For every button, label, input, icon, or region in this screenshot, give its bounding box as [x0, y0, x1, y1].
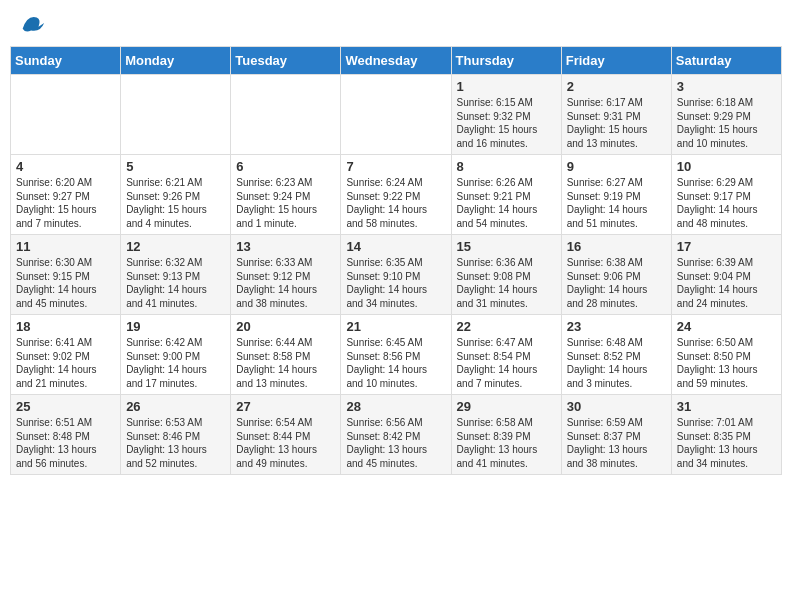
calendar-cell: 4Sunrise: 6:20 AM Sunset: 9:27 PM Daylig… — [11, 155, 121, 235]
calendar-cell: 22Sunrise: 6:47 AM Sunset: 8:54 PM Dayli… — [451, 315, 561, 395]
day-info: Sunrise: 6:30 AM Sunset: 9:15 PM Dayligh… — [16, 256, 115, 310]
calendar-week-5: 25Sunrise: 6:51 AM Sunset: 8:48 PM Dayli… — [11, 395, 782, 475]
calendar-cell: 6Sunrise: 6:23 AM Sunset: 9:24 PM Daylig… — [231, 155, 341, 235]
calendar-cell: 14Sunrise: 6:35 AM Sunset: 9:10 PM Dayli… — [341, 235, 451, 315]
day-info: Sunrise: 6:26 AM Sunset: 9:21 PM Dayligh… — [457, 176, 556, 230]
logo — [14, 10, 46, 38]
day-number: 17 — [677, 239, 776, 254]
day-number: 13 — [236, 239, 335, 254]
day-info: Sunrise: 6:54 AM Sunset: 8:44 PM Dayligh… — [236, 416, 335, 470]
day-info: Sunrise: 6:18 AM Sunset: 9:29 PM Dayligh… — [677, 96, 776, 150]
day-number: 23 — [567, 319, 666, 334]
calendar-cell: 17Sunrise: 6:39 AM Sunset: 9:04 PM Dayli… — [671, 235, 781, 315]
day-number: 14 — [346, 239, 445, 254]
day-number: 30 — [567, 399, 666, 414]
day-info: Sunrise: 6:51 AM Sunset: 8:48 PM Dayligh… — [16, 416, 115, 470]
page-header — [10, 10, 782, 38]
day-info: Sunrise: 6:32 AM Sunset: 9:13 PM Dayligh… — [126, 256, 225, 310]
day-info: Sunrise: 6:35 AM Sunset: 9:10 PM Dayligh… — [346, 256, 445, 310]
calendar-cell: 7Sunrise: 6:24 AM Sunset: 9:22 PM Daylig… — [341, 155, 451, 235]
calendar-week-2: 4Sunrise: 6:20 AM Sunset: 9:27 PM Daylig… — [11, 155, 782, 235]
calendar-cell: 13Sunrise: 6:33 AM Sunset: 9:12 PM Dayli… — [231, 235, 341, 315]
calendar-cell — [341, 75, 451, 155]
day-info: Sunrise: 6:17 AM Sunset: 9:31 PM Dayligh… — [567, 96, 666, 150]
weekday-header-monday: Monday — [121, 47, 231, 75]
calendar-cell: 29Sunrise: 6:58 AM Sunset: 8:39 PM Dayli… — [451, 395, 561, 475]
weekday-header-thursday: Thursday — [451, 47, 561, 75]
day-info: Sunrise: 6:20 AM Sunset: 9:27 PM Dayligh… — [16, 176, 115, 230]
day-info: Sunrise: 6:56 AM Sunset: 8:42 PM Dayligh… — [346, 416, 445, 470]
calendar-table: SundayMondayTuesdayWednesdayThursdayFrid… — [10, 46, 782, 475]
calendar-cell — [121, 75, 231, 155]
calendar-cell: 28Sunrise: 6:56 AM Sunset: 8:42 PM Dayli… — [341, 395, 451, 475]
day-number: 2 — [567, 79, 666, 94]
day-number: 31 — [677, 399, 776, 414]
day-number: 8 — [457, 159, 556, 174]
day-number: 16 — [567, 239, 666, 254]
day-number: 7 — [346, 159, 445, 174]
day-info: Sunrise: 6:59 AM Sunset: 8:37 PM Dayligh… — [567, 416, 666, 470]
day-info: Sunrise: 6:29 AM Sunset: 9:17 PM Dayligh… — [677, 176, 776, 230]
day-number: 18 — [16, 319, 115, 334]
weekday-header-wednesday: Wednesday — [341, 47, 451, 75]
weekday-header-sunday: Sunday — [11, 47, 121, 75]
day-number: 25 — [16, 399, 115, 414]
calendar-cell: 16Sunrise: 6:38 AM Sunset: 9:06 PM Dayli… — [561, 235, 671, 315]
day-number: 24 — [677, 319, 776, 334]
day-info: Sunrise: 6:53 AM Sunset: 8:46 PM Dayligh… — [126, 416, 225, 470]
calendar-week-3: 11Sunrise: 6:30 AM Sunset: 9:15 PM Dayli… — [11, 235, 782, 315]
calendar-cell: 1Sunrise: 6:15 AM Sunset: 9:32 PM Daylig… — [451, 75, 561, 155]
calendar-week-1: 1Sunrise: 6:15 AM Sunset: 9:32 PM Daylig… — [11, 75, 782, 155]
calendar-cell: 31Sunrise: 7:01 AM Sunset: 8:35 PM Dayli… — [671, 395, 781, 475]
calendar-cell: 19Sunrise: 6:42 AM Sunset: 9:00 PM Dayli… — [121, 315, 231, 395]
day-info: Sunrise: 6:50 AM Sunset: 8:50 PM Dayligh… — [677, 336, 776, 390]
calendar-cell: 8Sunrise: 6:26 AM Sunset: 9:21 PM Daylig… — [451, 155, 561, 235]
day-info: Sunrise: 7:01 AM Sunset: 8:35 PM Dayligh… — [677, 416, 776, 470]
day-info: Sunrise: 6:47 AM Sunset: 8:54 PM Dayligh… — [457, 336, 556, 390]
day-number: 9 — [567, 159, 666, 174]
calendar-header-row: SundayMondayTuesdayWednesdayThursdayFrid… — [11, 47, 782, 75]
calendar-cell: 11Sunrise: 6:30 AM Sunset: 9:15 PM Dayli… — [11, 235, 121, 315]
day-info: Sunrise: 6:23 AM Sunset: 9:24 PM Dayligh… — [236, 176, 335, 230]
calendar-cell: 18Sunrise: 6:41 AM Sunset: 9:02 PM Dayli… — [11, 315, 121, 395]
day-number: 20 — [236, 319, 335, 334]
calendar-cell: 30Sunrise: 6:59 AM Sunset: 8:37 PM Dayli… — [561, 395, 671, 475]
day-info: Sunrise: 6:38 AM Sunset: 9:06 PM Dayligh… — [567, 256, 666, 310]
day-number: 12 — [126, 239, 225, 254]
weekday-header-tuesday: Tuesday — [231, 47, 341, 75]
day-number: 26 — [126, 399, 225, 414]
day-info: Sunrise: 6:24 AM Sunset: 9:22 PM Dayligh… — [346, 176, 445, 230]
day-info: Sunrise: 6:44 AM Sunset: 8:58 PM Dayligh… — [236, 336, 335, 390]
day-info: Sunrise: 6:45 AM Sunset: 8:56 PM Dayligh… — [346, 336, 445, 390]
day-info: Sunrise: 6:48 AM Sunset: 8:52 PM Dayligh… — [567, 336, 666, 390]
day-info: Sunrise: 6:15 AM Sunset: 9:32 PM Dayligh… — [457, 96, 556, 150]
day-number: 6 — [236, 159, 335, 174]
calendar-cell: 25Sunrise: 6:51 AM Sunset: 8:48 PM Dayli… — [11, 395, 121, 475]
calendar-cell: 3Sunrise: 6:18 AM Sunset: 9:29 PM Daylig… — [671, 75, 781, 155]
day-number: 5 — [126, 159, 225, 174]
calendar-cell: 15Sunrise: 6:36 AM Sunset: 9:08 PM Dayli… — [451, 235, 561, 315]
weekday-header-saturday: Saturday — [671, 47, 781, 75]
calendar-cell: 2Sunrise: 6:17 AM Sunset: 9:31 PM Daylig… — [561, 75, 671, 155]
day-number: 28 — [346, 399, 445, 414]
calendar-cell: 24Sunrise: 6:50 AM Sunset: 8:50 PM Dayli… — [671, 315, 781, 395]
day-number: 27 — [236, 399, 335, 414]
weekday-header-friday: Friday — [561, 47, 671, 75]
calendar-week-4: 18Sunrise: 6:41 AM Sunset: 9:02 PM Dayli… — [11, 315, 782, 395]
calendar-cell: 20Sunrise: 6:44 AM Sunset: 8:58 PM Dayli… — [231, 315, 341, 395]
calendar-cell: 12Sunrise: 6:32 AM Sunset: 9:13 PM Dayli… — [121, 235, 231, 315]
calendar-cell: 10Sunrise: 6:29 AM Sunset: 9:17 PM Dayli… — [671, 155, 781, 235]
calendar-cell: 23Sunrise: 6:48 AM Sunset: 8:52 PM Dayli… — [561, 315, 671, 395]
day-info: Sunrise: 6:33 AM Sunset: 9:12 PM Dayligh… — [236, 256, 335, 310]
logo-icon — [18, 10, 46, 38]
day-info: Sunrise: 6:39 AM Sunset: 9:04 PM Dayligh… — [677, 256, 776, 310]
calendar-cell — [231, 75, 341, 155]
day-number: 19 — [126, 319, 225, 334]
day-number: 15 — [457, 239, 556, 254]
day-number: 22 — [457, 319, 556, 334]
calendar-cell: 9Sunrise: 6:27 AM Sunset: 9:19 PM Daylig… — [561, 155, 671, 235]
calendar-cell — [11, 75, 121, 155]
day-number: 29 — [457, 399, 556, 414]
day-number: 21 — [346, 319, 445, 334]
calendar-cell: 21Sunrise: 6:45 AM Sunset: 8:56 PM Dayli… — [341, 315, 451, 395]
